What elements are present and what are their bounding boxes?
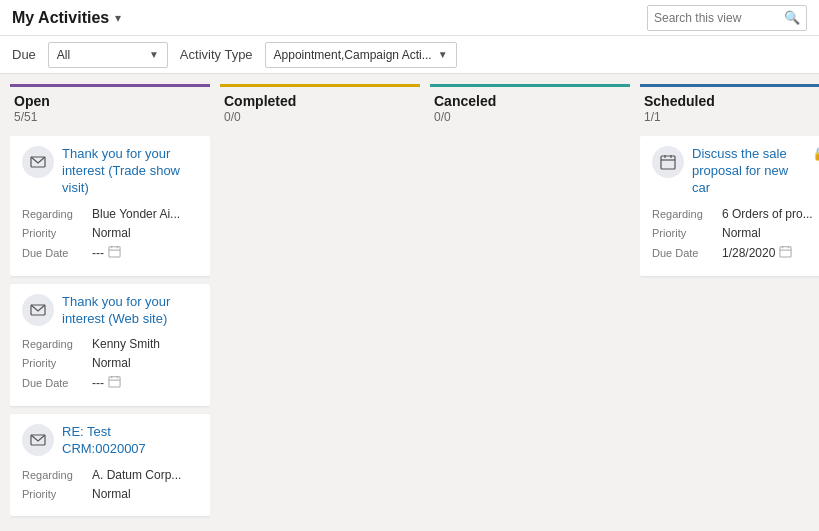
field-label: Regarding: [652, 208, 714, 220]
column-header-completed: Completed 0/0: [220, 84, 420, 128]
field-label: Regarding: [22, 208, 84, 220]
field-value: Blue Yonder Ai...: [92, 207, 198, 221]
card-field: Regarding Kenny Smith: [22, 337, 198, 351]
card[interactable]: Discuss the sale proposal for new car 🔒 …: [640, 136, 819, 276]
cards-list-open: Thank you for your interest (Trade show …: [10, 136, 210, 521]
search-icon: 🔍: [784, 10, 800, 25]
svg-rect-11: [661, 156, 675, 169]
field-label: Priority: [652, 227, 714, 239]
column-open: Open 5/51 Thank you for your interest (T…: [10, 84, 210, 521]
calendar-icon[interactable]: [108, 245, 121, 261]
card-top: Thank you for your interest (Web site): [22, 294, 198, 328]
card[interactable]: RE: Test CRM:0020007 Regarding A. Datum …: [10, 414, 210, 516]
activity-icon: [22, 294, 54, 326]
column-title-scheduled: Scheduled: [644, 93, 819, 109]
activity-type-value: Appointment,Campaign Acti...: [274, 48, 432, 62]
card-field: Due Date ---: [22, 375, 198, 391]
svg-rect-1: [109, 247, 120, 257]
column-header-canceled: Canceled 0/0: [430, 84, 630, 128]
field-value: 6 Orders of pro...: [722, 207, 819, 221]
field-label: Priority: [22, 488, 84, 500]
field-value: Normal: [92, 487, 198, 501]
card-top: Thank you for your interest (Trade show …: [22, 146, 198, 197]
field-value: 1/28/2020: [722, 246, 775, 260]
activity-type-chevron-icon: ▼: [438, 49, 448, 60]
field-value-wrap: ---: [92, 375, 121, 391]
field-label: Due Date: [22, 247, 84, 259]
card[interactable]: Thank you for your interest (Web site) R…: [10, 284, 210, 407]
card-title[interactable]: Thank you for your interest (Web site): [62, 294, 198, 328]
column-title-canceled: Canceled: [434, 93, 626, 109]
column-scheduled: Scheduled 1/1 Discuss the sale proposal …: [640, 84, 819, 521]
activity-type-label: Activity Type: [180, 47, 253, 62]
cards-list-scheduled: Discuss the sale proposal for new car 🔒 …: [640, 136, 819, 521]
card-field: Priority Normal: [22, 226, 198, 240]
card-field: Priority Normal: [652, 226, 819, 240]
card-field: Priority Normal: [22, 356, 198, 370]
column-title-completed: Completed: [224, 93, 416, 109]
column-count-canceled: 0/0: [434, 110, 626, 124]
field-value-wrap: ---: [92, 245, 121, 261]
kanban-board: Open 5/51 Thank you for your interest (T…: [0, 74, 819, 531]
column-title-open: Open: [14, 93, 206, 109]
header-left: My Activities ▾: [12, 9, 121, 27]
card-title[interactable]: RE: Test CRM:0020007: [62, 424, 198, 458]
field-label: Due Date: [22, 377, 84, 389]
card-top: Discuss the sale proposal for new car 🔒: [652, 146, 819, 197]
field-value: ---: [92, 376, 104, 390]
column-header-open: Open 5/51: [10, 84, 210, 128]
column-canceled: Canceled 0/0: [430, 84, 630, 521]
field-label: Due Date: [652, 247, 714, 259]
title-chevron-icon[interactable]: ▾: [115, 11, 121, 25]
svg-rect-15: [780, 247, 791, 257]
cards-list-completed: [220, 136, 420, 521]
card-field: Priority Normal: [22, 487, 198, 501]
card-field: Due Date ---: [22, 245, 198, 261]
search-box[interactable]: 🔍: [647, 5, 807, 31]
lock-icon: 🔒: [812, 146, 819, 161]
column-completed: Completed 0/0: [220, 84, 420, 521]
card-field: Regarding A. Datum Corp...: [22, 468, 198, 482]
filter-bar: Due All ▼ Activity Type Appointment,Camp…: [0, 36, 819, 74]
app-header: My Activities ▾ 🔍: [0, 0, 819, 36]
column-count-scheduled: 1/1: [644, 110, 819, 124]
field-label: Regarding: [22, 338, 84, 350]
field-value: Normal: [92, 356, 198, 370]
field-value-wrap: 1/28/2020: [722, 245, 792, 261]
activity-icon: [22, 146, 54, 178]
cards-list-canceled: [430, 136, 630, 521]
column-header-scheduled: Scheduled 1/1: [640, 84, 819, 128]
column-count-open: 5/51: [14, 110, 206, 124]
card-top: RE: Test CRM:0020007: [22, 424, 198, 458]
due-label: Due: [12, 47, 36, 62]
column-count-completed: 0/0: [224, 110, 416, 124]
field-value: ---: [92, 246, 104, 260]
field-value: Kenny Smith: [92, 337, 198, 351]
svg-rect-6: [109, 377, 120, 387]
due-select[interactable]: All ▼: [48, 42, 168, 68]
page-title: My Activities: [12, 9, 109, 27]
field-value: A. Datum Corp...: [92, 468, 198, 482]
field-label: Regarding: [22, 469, 84, 481]
card-field: Due Date 1/28/2020: [652, 245, 819, 261]
due-value: All: [57, 48, 70, 62]
calendar-icon[interactable]: [108, 375, 121, 391]
due-chevron-icon: ▼: [149, 49, 159, 60]
card[interactable]: Thank you for your interest (Trade show …: [10, 136, 210, 276]
field-value: Normal: [92, 226, 198, 240]
field-value: Normal: [722, 226, 819, 240]
activity-type-select[interactable]: Appointment,Campaign Acti... ▼: [265, 42, 457, 68]
activity-icon: [652, 146, 684, 178]
search-input[interactable]: [654, 11, 784, 25]
card-field: Regarding 6 Orders of pro...: [652, 207, 819, 221]
activity-icon: [22, 424, 54, 456]
card-title[interactable]: Discuss the sale proposal for new car: [692, 146, 804, 197]
field-label: Priority: [22, 357, 84, 369]
calendar-icon[interactable]: [779, 245, 792, 261]
field-label: Priority: [22, 227, 84, 239]
card-field: Regarding Blue Yonder Ai...: [22, 207, 198, 221]
card-title[interactable]: Thank you for your interest (Trade show …: [62, 146, 198, 197]
